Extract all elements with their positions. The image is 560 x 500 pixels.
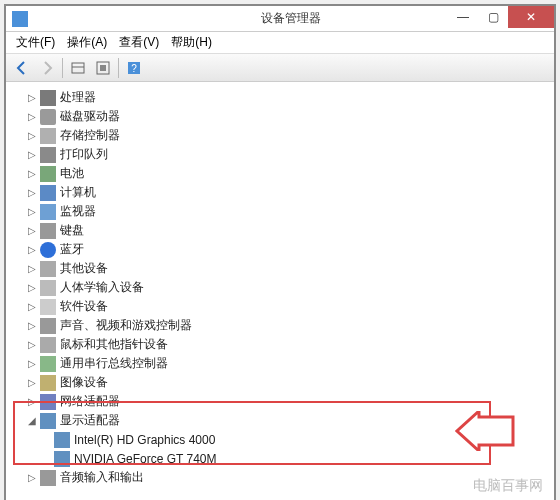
device-category-icon xyxy=(40,470,56,486)
expand-arrow-icon[interactable]: ▷ xyxy=(26,263,38,275)
device-category-icon xyxy=(40,375,56,391)
expand-arrow-icon[interactable]: ▷ xyxy=(26,377,38,389)
tree-node-label: 其他设备 xyxy=(60,260,108,277)
menu-view[interactable]: 查看(V) xyxy=(115,34,163,51)
menu-action[interactable]: 操作(A) xyxy=(63,34,111,51)
tree-child-label: NVIDIA GeForce GT 740M xyxy=(74,452,217,466)
tree-node[interactable]: ▷计算机 xyxy=(26,183,554,202)
device-category-icon xyxy=(40,204,56,220)
tree-node[interactable]: ▷磁盘驱动器 xyxy=(26,107,554,126)
expand-arrow-icon[interactable]: ▷ xyxy=(26,301,38,313)
device-category-icon xyxy=(40,128,56,144)
expand-arrow-icon[interactable]: ▷ xyxy=(26,206,38,218)
tree-node[interactable]: ▷软件设备 xyxy=(26,297,554,316)
expand-arrow-icon[interactable]: ▷ xyxy=(26,187,38,199)
tree-node[interactable]: ▷其他设备 xyxy=(26,259,554,278)
tree-node-label: 人体学输入设备 xyxy=(60,279,144,296)
expand-arrow-icon[interactable]: ▷ xyxy=(26,339,38,351)
tree-node-label: 声音、视频和游戏控制器 xyxy=(60,317,192,334)
options-button[interactable] xyxy=(91,57,115,79)
expand-arrow-icon[interactable]: ▷ xyxy=(26,168,38,180)
tree-node-label: 处理器 xyxy=(60,89,96,106)
tree-node[interactable]: ▷打印队列 xyxy=(26,145,554,164)
expand-arrow-icon[interactable]: ▷ xyxy=(26,225,38,237)
tree-node-label: 音频输入和输出 xyxy=(60,469,144,486)
tree-child-node[interactable]: Intel(R) HD Graphics 4000 xyxy=(40,430,554,449)
expand-arrow-icon[interactable]: ▷ xyxy=(26,396,38,408)
tree-node-label: 显示适配器 xyxy=(60,412,120,429)
tree-node-label: 通用串行总线控制器 xyxy=(60,355,168,372)
tree-node-label: 蓝牙 xyxy=(60,241,84,258)
expand-arrow-icon[interactable]: ▷ xyxy=(26,320,38,332)
tree-node-label: 打印队列 xyxy=(60,146,108,163)
svg-rect-0 xyxy=(72,63,84,73)
expand-arrow-icon[interactable]: ◢ xyxy=(26,415,38,427)
device-category-icon xyxy=(40,299,56,315)
device-category-icon xyxy=(40,280,56,296)
expand-arrow-icon[interactable]: ▷ xyxy=(26,282,38,294)
device-category-icon xyxy=(40,242,56,258)
toolbar-separator xyxy=(62,58,63,78)
expand-arrow-icon[interactable]: ▷ xyxy=(26,111,38,123)
device-category-icon xyxy=(40,318,56,334)
device-tree: ▷处理器▷磁盘驱动器▷存储控制器▷打印队列▷电池▷计算机▷监视器▷键盘▷蓝牙▷其… xyxy=(6,82,554,500)
device-category-icon xyxy=(40,356,56,372)
properties-button[interactable] xyxy=(66,57,90,79)
tree-node[interactable]: ▷图像设备 xyxy=(26,373,554,392)
tree-node[interactable]: ▷鼠标和其他指针设备 xyxy=(26,335,554,354)
tree-node[interactable]: ▷电池 xyxy=(26,164,554,183)
menu-help[interactable]: 帮助(H) xyxy=(167,34,216,51)
device-manager-window: 设备管理器 — ▢ ✕ 文件(F) 操作(A) 查看(V) 帮助(H) ? ▷处… xyxy=(5,5,555,500)
tree-node-label: 键盘 xyxy=(60,222,84,239)
tree-node[interactable]: ▷蓝牙 xyxy=(26,240,554,259)
tree-node-label: 磁盘驱动器 xyxy=(60,108,120,125)
tree-node[interactable]: ▷处理器 xyxy=(26,88,554,107)
tree-child-node[interactable]: NVIDIA GeForce GT 740M xyxy=(40,449,554,468)
tree-node[interactable]: ▷网络适配器 xyxy=(26,392,554,411)
expand-arrow-icon[interactable]: ▷ xyxy=(26,358,38,370)
tree-node[interactable]: ▷通用串行总线控制器 xyxy=(26,354,554,373)
device-category-icon xyxy=(40,394,56,410)
tree-node[interactable]: ▷监视器 xyxy=(26,202,554,221)
menu-file[interactable]: 文件(F) xyxy=(12,34,59,51)
svg-text:?: ? xyxy=(131,63,137,74)
tree-node[interactable]: ▷存储控制器 xyxy=(26,126,554,145)
tree-node-label: 电池 xyxy=(60,165,84,182)
device-category-icon xyxy=(40,413,56,429)
expand-arrow-icon[interactable]: ▷ xyxy=(26,149,38,161)
minimize-button[interactable]: — xyxy=(448,6,478,28)
back-button[interactable] xyxy=(10,57,34,79)
tree-node-label: 计算机 xyxy=(60,184,96,201)
tree-node-label: 鼠标和其他指针设备 xyxy=(60,336,168,353)
device-category-icon xyxy=(40,90,56,106)
toolbar: ? xyxy=(6,54,554,82)
tree-node-label: 网络适配器 xyxy=(60,393,120,410)
expand-arrow-icon[interactable]: ▷ xyxy=(26,130,38,142)
device-icon xyxy=(54,432,70,448)
titlebar: 设备管理器 — ▢ ✕ xyxy=(6,6,554,32)
svg-rect-3 xyxy=(100,65,106,71)
expand-arrow-icon[interactable]: ▷ xyxy=(26,92,38,104)
watermark: 电脑百事网 xyxy=(473,477,543,495)
expand-arrow-icon[interactable]: ▷ xyxy=(26,472,38,484)
tree-child-label: Intel(R) HD Graphics 4000 xyxy=(74,433,215,447)
device-category-icon xyxy=(40,223,56,239)
tree-node[interactable]: ◢显示适配器 xyxy=(26,411,554,430)
device-category-icon xyxy=(40,166,56,182)
maximize-button[interactable]: ▢ xyxy=(478,6,508,28)
device-category-icon xyxy=(40,261,56,277)
tree-node[interactable]: ▷人体学输入设备 xyxy=(26,278,554,297)
device-icon xyxy=(54,451,70,467)
forward-button[interactable] xyxy=(35,57,59,79)
tree-node-label: 存储控制器 xyxy=(60,127,120,144)
expand-arrow-icon[interactable]: ▷ xyxy=(26,244,38,256)
tree-node[interactable]: ▷键盘 xyxy=(26,221,554,240)
tree-node[interactable]: ▷声音、视频和游戏控制器 xyxy=(26,316,554,335)
help-button[interactable]: ? xyxy=(122,57,146,79)
tree-node-label: 监视器 xyxy=(60,203,96,220)
close-button[interactable]: ✕ xyxy=(508,6,554,28)
device-category-icon xyxy=(40,185,56,201)
app-icon xyxy=(12,11,28,27)
tree-node-label: 软件设备 xyxy=(60,298,108,315)
tree-node-label: 图像设备 xyxy=(60,374,108,391)
